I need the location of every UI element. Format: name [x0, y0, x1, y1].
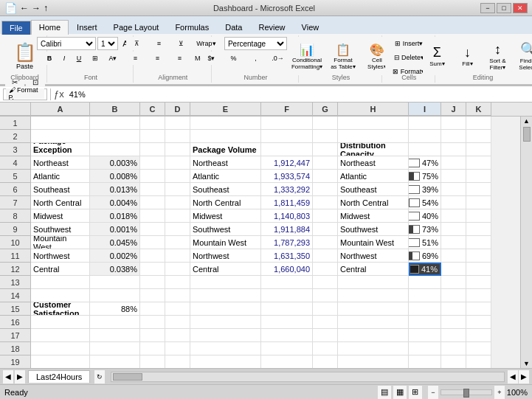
cell-r17-c1[interactable] — [90, 329, 140, 342]
cell-r3-c8[interactable] — [409, 143, 441, 156]
tab-insert[interactable]: Insert — [69, 20, 106, 34]
cell-r16-c6[interactable] — [313, 316, 338, 329]
cell-r12-c10[interactable] — [466, 263, 491, 276]
conditional-formatting-button[interactable]: 📊 ConditionalFormatting▾ — [289, 37, 325, 75]
cell-r16-c2[interactable] — [140, 316, 165, 329]
cell-r12-c9[interactable] — [441, 263, 466, 276]
tab-pagelayout[interactable]: Page Layout — [106, 20, 167, 34]
row-header-7[interactable]: 7 — [0, 196, 31, 209]
cell-r15-c3[interactable] — [165, 302, 190, 316]
cell-r15-c0[interactable]: Customer Satisfaction — [31, 302, 90, 316]
scroll-left-arrow[interactable]: ◀ — [508, 370, 518, 384]
italic-button[interactable]: I — [58, 52, 71, 65]
cell-r8-c6[interactable] — [313, 209, 338, 223]
row-header-1[interactable]: 1 — [0, 117, 31, 130]
cell-r19-c4[interactable] — [190, 355, 261, 368]
cell-r19-c3[interactable] — [165, 355, 190, 368]
cell-r19-c8[interactable] — [409, 355, 441, 368]
page-layout-view-button[interactable]: ▦ — [393, 386, 407, 399]
col-header-k[interactable]: K — [466, 103, 491, 116]
cell-r5-c5[interactable]: 1,933,574 — [261, 170, 313, 183]
formula-input[interactable] — [67, 90, 529, 99]
tab-review[interactable]: Review — [250, 20, 293, 34]
scrollbar-thumb[interactable] — [113, 373, 142, 381]
format-as-table-button[interactable]: 📋 Formatas Table▾ — [328, 37, 359, 75]
cell-r12-c6[interactable] — [313, 263, 338, 276]
cell-r14-c8[interactable] — [409, 289, 441, 302]
cell-r9-c5[interactable]: 1,911,884 — [261, 223, 313, 236]
cell-r7-c9[interactable] — [441, 196, 466, 209]
cell-r13-c7[interactable] — [338, 276, 409, 289]
cell-r6-c0[interactable]: Southeast — [31, 183, 90, 196]
cell-r3-c7[interactable]: Distribution Capacity — [338, 143, 409, 156]
cell-r14-c10[interactable] — [466, 289, 491, 302]
tab-file[interactable]: File — [1, 21, 31, 35]
cell-r4-c4[interactable]: Northeast — [190, 156, 261, 170]
cell-r9-c8[interactable]: 73% — [409, 223, 441, 236]
paste-button[interactable]: 📋 Paste — [9, 37, 41, 75]
cell-r5-c0[interactable]: Atlantic — [31, 170, 90, 183]
cell-r17-c5[interactable] — [261, 329, 313, 342]
font-size-select[interactable]: 11 — [97, 37, 118, 50]
cell-r1-c0[interactable] — [31, 117, 90, 130]
cell-r13-c8[interactable] — [409, 276, 441, 289]
col-header-e[interactable]: E — [190, 103, 261, 116]
find-select-button[interactable]: 🔍 Find &Select▾ — [514, 37, 532, 75]
cell-r2-c10[interactable] — [466, 130, 491, 143]
cell-r2-c1[interactable] — [90, 130, 140, 143]
cell-r4-c9[interactable] — [441, 156, 466, 170]
cell-r6-c5[interactable]: 1,333,292 — [261, 183, 313, 196]
border-button[interactable]: ⊞ — [87, 52, 103, 65]
cell-r14-c5[interactable] — [261, 289, 313, 302]
cell-r3-c2[interactable] — [140, 143, 165, 156]
maximize-button[interactable]: □ — [497, 3, 511, 13]
cell-r4-c5[interactable]: 1,912,447 — [261, 156, 313, 170]
scroll-left-button[interactable]: ◀ — [3, 370, 13, 384]
col-header-h[interactable]: H — [338, 103, 409, 116]
minimize-button[interactable]: − — [480, 3, 495, 13]
cell-r7-c4[interactable]: North Central — [190, 196, 261, 209]
align-right-button[interactable]: ≡ — [169, 52, 190, 65]
col-header-b[interactable]: B — [90, 103, 140, 116]
cell-r17-c7[interactable] — [338, 329, 409, 342]
cell-r13-c9[interactable] — [441, 276, 466, 289]
window-controls[interactable]: − □ ✕ — [480, 3, 528, 13]
cell-r7-c3[interactable] — [165, 196, 190, 209]
currency-button[interactable]: $▾ — [201, 52, 221, 65]
cell-r11-c5[interactable]: 1,631,350 — [261, 249, 313, 263]
cell-r17-c4[interactable] — [190, 329, 261, 342]
cell-r11-c9[interactable] — [441, 249, 466, 263]
cell-r8-c5[interactable]: 1,140,803 — [261, 209, 313, 223]
row-header-3[interactable]: 3 — [0, 143, 31, 156]
col-header-f[interactable]: F — [261, 103, 313, 116]
cell-r10-c8[interactable]: 51% — [409, 236, 441, 249]
cell-r10-c9[interactable] — [441, 236, 466, 249]
align-bottom-button[interactable]: ⊻ — [170, 37, 191, 50]
cell-r2-c4[interactable] — [190, 130, 261, 143]
cell-r19-c10[interactable] — [466, 355, 491, 368]
cell-r14-c4[interactable] — [190, 289, 261, 302]
cell-r17-c0[interactable] — [31, 329, 90, 342]
underline-button[interactable]: U — [72, 52, 86, 65]
col-header-d[interactable]: D — [165, 103, 190, 116]
cell-r12-c0[interactable]: Central — [31, 263, 90, 276]
cell-r1-c7[interactable] — [338, 117, 409, 130]
cell-r17-c2[interactable] — [140, 329, 165, 342]
cell-r19-c5[interactable] — [261, 355, 313, 368]
align-center-button[interactable]: ≡ — [147, 52, 167, 65]
cell-r17-c6[interactable] — [313, 329, 338, 342]
col-header-g[interactable]: G — [313, 103, 338, 116]
row-header-6[interactable]: 6 — [0, 183, 31, 196]
cell-r7-c1[interactable]: 0.004% — [90, 196, 140, 209]
cell-r15-c5[interactable] — [261, 302, 313, 316]
cell-r7-c5[interactable]: 1,811,459 — [261, 196, 313, 209]
cell-r15-c9[interactable] — [441, 302, 466, 316]
cell-r3-c4[interactable]: Package Volume — [190, 143, 261, 156]
cell-r16-c5[interactable] — [261, 316, 313, 329]
cell-r5-c8[interactable]: 75% — [409, 170, 441, 183]
cell-r13-c6[interactable] — [313, 276, 338, 289]
cell-r2-c6[interactable] — [313, 130, 338, 143]
cell-r6-c8[interactable]: 39% — [409, 183, 441, 196]
cell-r2-c3[interactable] — [165, 130, 190, 143]
cell-r16-c8[interactable] — [409, 316, 441, 329]
